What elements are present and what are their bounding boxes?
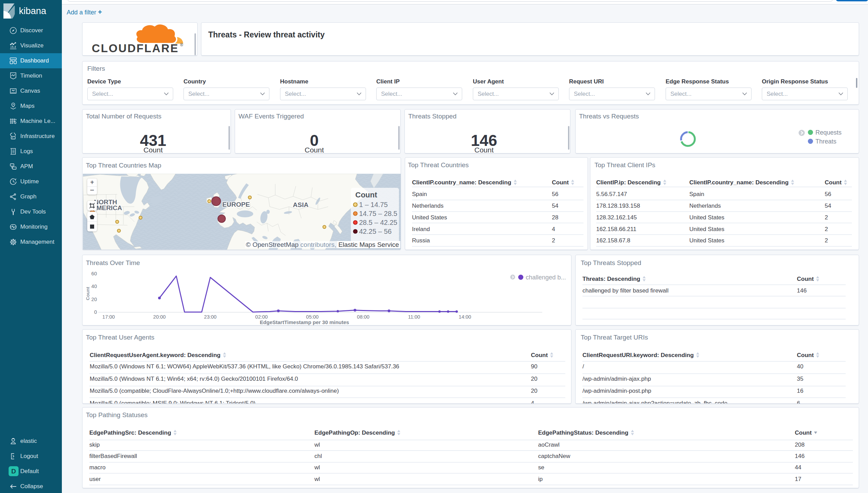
svg-text:0: 0 — [94, 309, 97, 315]
svg-text:CLOUDFLARE: CLOUDFLARE — [92, 42, 179, 55]
svg-text:28.5 – 42.25: 28.5 – 42.25 — [359, 219, 397, 226]
svg-text:14:00: 14:00 — [459, 314, 471, 320]
svg-text:08:00: 08:00 — [357, 314, 369, 320]
svg-text:23:00: 23:00 — [204, 314, 216, 320]
svg-text:EdgeStartTimestamp per 30 minu: EdgeStartTimestamp per 30 minutes — [260, 319, 349, 325]
svg-text:EUROPE: EUROPE — [222, 201, 250, 208]
svg-text:60: 60 — [91, 271, 97, 276]
svg-text:14.75 – 28.5: 14.75 – 28.5 — [359, 210, 397, 217]
svg-text:05:00: 05:00 — [306, 314, 319, 320]
svg-text:42.25 – 56: 42.25 – 56 — [359, 228, 392, 235]
svg-text:20:00: 20:00 — [153, 314, 166, 320]
svg-text:11:00: 11:00 — [408, 314, 420, 320]
svg-text:1 – 14.75: 1 – 14.75 — [359, 202, 388, 208]
svg-text:40: 40 — [91, 284, 97, 289]
svg-text:17:00: 17:00 — [102, 314, 115, 320]
svg-text:®: ® — [180, 43, 183, 47]
svg-text:ASIA: ASIA — [293, 201, 309, 208]
svg-text:02:00: 02:00 — [255, 314, 268, 320]
svg-text:20: 20 — [91, 297, 97, 302]
svg-text:Count: Count — [85, 287, 90, 300]
